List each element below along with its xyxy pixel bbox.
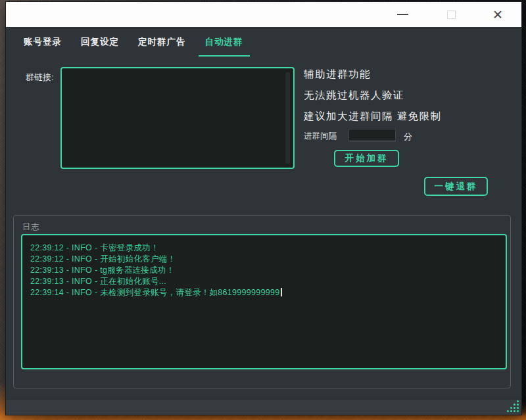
- close-button[interactable]: ✕: [483, 5, 513, 24]
- minimize-button[interactable]: [387, 5, 418, 24]
- join-interval-label: 进群间隔: [304, 131, 337, 142]
- info-text-interval-advice: 建议加大进群间隔 避免限制: [304, 110, 442, 124]
- log-line: 22:39:14 - INFO - 未检测到登录账号，请登录！如86199999…: [30, 287, 499, 298]
- resize-grip-dots: [507, 400, 509, 402]
- minimize-icon: [397, 14, 408, 15]
- start-join-group-button[interactable]: 开始加群: [334, 150, 399, 167]
- log-textarea[interactable]: 22:39:12 - INFO - 卡密登录成功！ 22:39:12 - INF…: [21, 234, 507, 369]
- tab-bar: 账号登录 回复设定 定时群广告 自动进群: [17, 36, 256, 57]
- tab-auto-join-group[interactable]: 自动进群: [199, 36, 250, 57]
- tab-reply-settings[interactable]: 回复设定: [74, 36, 126, 57]
- log-line: 22:39:13 - INFO - tg服务器连接成功！: [30, 265, 499, 276]
- join-interval-unit-label: 分: [404, 131, 412, 143]
- group-link-scrollbar[interactable]: [285, 72, 290, 164]
- log-title: 日志: [22, 222, 40, 233]
- text-cursor: [281, 288, 282, 296]
- log-line: 22:39:13 - INFO - 正在初始化账号...: [30, 276, 499, 287]
- app-window: ✕ 账号登录 回复设定 定时群广告 自动进群 群链接: 辅助进群功能 无法跳过机…: [6, 2, 521, 415]
- info-text-captcha-warning: 无法跳过机器人验证: [304, 89, 404, 103]
- join-interval-input[interactable]: [348, 129, 396, 141]
- status-bar: [6, 399, 521, 415]
- log-line: 22:39:12 - INFO - 卡密登录成功！: [30, 243, 499, 254]
- info-text-helper-function: 辅助进群功能: [304, 68, 371, 82]
- maximize-button[interactable]: [436, 5, 466, 24]
- leave-all-groups-button[interactable]: 一键退群: [424, 177, 488, 196]
- tab-scheduled-group-ads[interactable]: 定时群广告: [132, 36, 193, 57]
- maximize-icon: [447, 11, 456, 19]
- close-icon: ✕: [492, 9, 503, 21]
- tab-account-login[interactable]: 账号登录: [17, 36, 68, 57]
- resize-grip[interactable]: [506, 400, 519, 413]
- titlebar[interactable]: ✕: [6, 2, 521, 27]
- group-link-textarea[interactable]: [60, 67, 295, 169]
- log-groupbox: 日志 22:39:12 - INFO - 卡密登录成功！ 22:39:12 - …: [13, 215, 511, 388]
- log-line-text: 22:39:14 - INFO - 未检测到登录账号，请登录！如86199999…: [30, 288, 280, 297]
- log-line: 22:39:12 - INFO - 开始初始化客户端！: [30, 254, 499, 265]
- group-link-label: 群链接:: [26, 72, 54, 83]
